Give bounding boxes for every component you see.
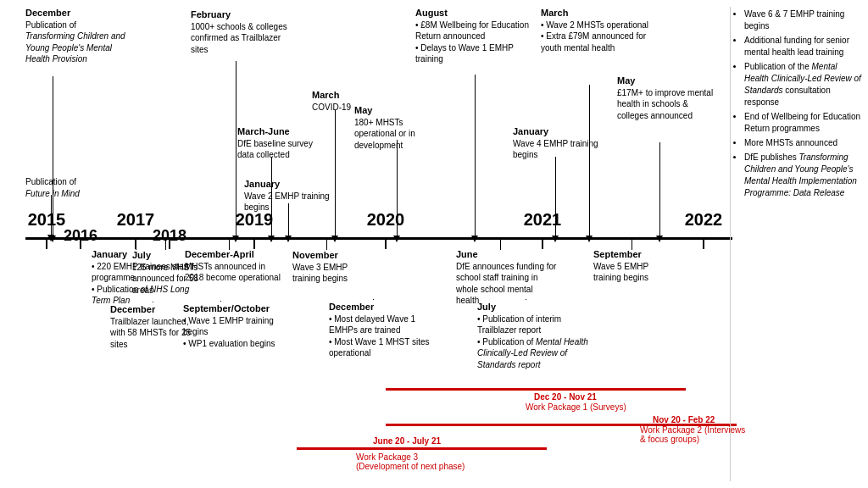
tick-2022 (703, 237, 704, 249)
anno-dec2020: December • Most delayed Wave 1 EMHPs are… (329, 301, 435, 359)
red-bar-wp3 (297, 447, 547, 450)
arrow-mar2021 (586, 236, 593, 242)
arrow-jan2019 (285, 236, 292, 242)
list-item-end-wellbeing: End of Wellbeing for Education Return pr… (744, 111, 864, 135)
connector-jan2021 (555, 157, 556, 237)
connector-nov2019 (326, 240, 327, 250)
year-2022: 2022 (685, 210, 723, 230)
anno-mar2021: March • Wave 2 MHSTs operational • Extra… (541, 7, 651, 53)
year-2020: 2020 (367, 210, 405, 230)
label-wp1: Work Package 1 (Surveys) (526, 402, 626, 412)
anno-nov2019: November Wave 3 EMHP training begins (292, 249, 369, 285)
anno-sepoct2019: September/October • Wave 1 EMHP training… (183, 302, 281, 349)
list-item-dfe-publishes: DfE publishes Transforming Children and … (744, 152, 864, 199)
connector-jul2018 (165, 240, 166, 250)
anno-aug2020: August • £8M Wellbeing for Education Ret… (415, 7, 530, 65)
connector-jan2019 (288, 203, 289, 237)
connector-may2020 (397, 140, 398, 237)
label-wp1-dates: Dec 20 - Nov 21 (534, 392, 597, 402)
tick-2016 (80, 237, 81, 249)
connector-dec2015 (53, 76, 53, 237)
connector-future (51, 195, 52, 237)
right-list: Wave 6 & 7 EMHP training begins Addition… (732, 8, 864, 202)
arrow-future (47, 235, 54, 241)
connector-feb2019 (236, 61, 236, 237)
tick-2019 (253, 237, 255, 249)
anno-jun2021: June DfE announces funding for school st… (456, 248, 558, 307)
connector-decapr2019 (229, 240, 230, 250)
anno-jan2019-wave2: January Wave 2 EMHP training begins (244, 178, 337, 214)
label-wp3-dates: June 20 - July 21 (373, 436, 441, 446)
anno-jul2021: July • Publication of interim Trailblaze… (477, 301, 592, 370)
anno-may2021: May £17M+ to improve mental health in sc… (617, 75, 715, 121)
connector-sep2021 (632, 240, 632, 250)
anno-sep2021: September Wave 5 EMHP training begins (593, 248, 678, 284)
list-item-additional-funding: Additional funding for senior mental hea… (744, 35, 864, 58)
connector-dec2018 (153, 302, 153, 302)
right-separator (730, 7, 731, 481)
connector-may2021 (659, 142, 660, 237)
arrow-may2021 (656, 236, 663, 242)
connector-jun2021 (500, 240, 501, 250)
connector-mar2020 (335, 110, 336, 237)
anno-jan2021: January Wave 4 EMHP training begins (513, 125, 606, 161)
year-2015: 2015 (28, 210, 66, 230)
label-wp2-dates: Nov 20 - Feb 22 (653, 415, 715, 424)
arrow-aug2020 (471, 236, 478, 242)
anno-may2020: May 180+ MHSTs operational or in develop… (354, 104, 443, 151)
anno-dec2015: December Publication of Transforming Chi… (25, 7, 127, 65)
timeline-container: 2015 2016 2017 2018 2019 2020 2021 2022 … (0, 0, 868, 488)
arrow-jan2021 (552, 236, 559, 242)
connector-mar2021 (589, 85, 590, 237)
connector-aug2020 (475, 75, 476, 237)
list-item-wave67: Wave 6 & 7 EMHP training begins (744, 8, 864, 32)
red-bar-wp1 (386, 388, 686, 391)
arrow-may2020 (393, 236, 400, 242)
tick-2020 (385, 237, 387, 249)
timeline-line (25, 237, 732, 240)
tick-2021 (542, 237, 543, 249)
list-item-publication-mh: Publication of the Mental Health Clinica… (744, 61, 864, 108)
connector-jul2021 (526, 299, 526, 300)
anno-marjun2019: March-June DfE baseline survey data coll… (237, 125, 331, 161)
arrow-feb2019 (232, 236, 239, 242)
anno-future-mind: Publication of Future in Mind (25, 176, 102, 199)
tick-2018 (169, 237, 170, 249)
list-item-more-mhsts: More MHSTs announced (744, 137, 864, 149)
anno-feb2019: February 1000+ schools & colleges confir… (191, 8, 288, 55)
label-wp3: Work Package 3(Development of next phase… (356, 452, 465, 471)
connector-sepoct2019 (220, 301, 221, 302)
arrow-mar2020 (331, 236, 338, 242)
year-2017: 2017 (117, 210, 155, 230)
connector-dec2020 (373, 299, 374, 300)
anno-decapr2019: December-April MHSTs announced in 2018 b… (185, 248, 282, 284)
arrow-marjun (268, 236, 275, 242)
